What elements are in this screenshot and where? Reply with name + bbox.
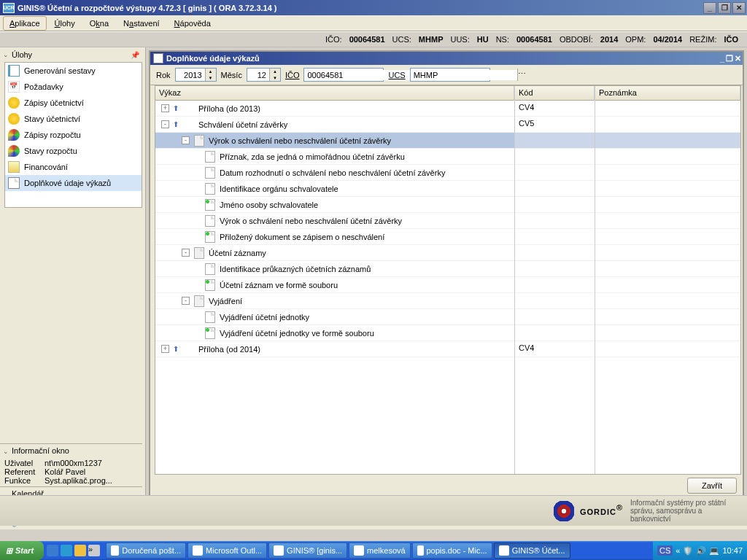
sidebar-item-zapisy-ucet[interactable]: Zápisy účetnictví <box>5 95 142 111</box>
expander-icon[interactable]: + <box>161 104 169 112</box>
poznamka-cell <box>595 293 740 309</box>
expander-icon[interactable]: - <box>182 297 190 305</box>
sidebar-item-financovani[interactable]: Financování <box>5 159 142 175</box>
sidebar-item-stavy-rozp[interactable]: Stavy rozpočtu <box>5 143 142 159</box>
kod-cell <box>515 261 595 277</box>
tree-row[interactable]: Příznak, zda se jedná o mimořádnou účetn… <box>155 149 514 165</box>
sidebar-section-info[interactable]: ⌄Informační okno <box>0 443 142 457</box>
menu-ulohy[interactable]: Úlohy <box>48 16 82 31</box>
tree-row[interactable]: Vyjádření účetní jednotky ve formě soubo… <box>155 325 514 341</box>
sidebar-item-pozadavky[interactable]: Požadavky <box>5 79 142 95</box>
tree-row[interactable]: -Vyjádření <box>155 293 514 309</box>
col-vykaz[interactable]: Výkaz <box>155 86 514 101</box>
start-button[interactable]: ⊞Start <box>0 541 44 560</box>
tree-row[interactable]: -⬆Schválení účetní závěrky <box>155 117 514 133</box>
user-value: nt\m000xm1237 <box>44 459 102 467</box>
tree-row[interactable]: +⬆Příloha (od 2014) <box>155 341 514 357</box>
tray-icon[interactable]: 🛡️ <box>683 546 693 556</box>
tree-row[interactable]: Účetní záznam ve formě souboru <box>155 277 514 293</box>
kod-cell <box>515 229 595 245</box>
sidebar-item-stavy-ucet[interactable]: Stavy účetnictví <box>5 111 142 127</box>
file-icon <box>205 167 215 179</box>
menu-nastaveni[interactable]: Nastavení <box>117 16 166 31</box>
tree-row[interactable]: Datum rozhodnutí o schválení nebo neschv… <box>155 165 514 181</box>
expander-icon[interactable]: - <box>182 136 190 144</box>
subwindow-titlebar: Doplňkové údaje výkazů _ ❐ ✕ <box>150 52 743 65</box>
mesic-input[interactable] <box>247 70 269 80</box>
gordic-star-icon <box>554 501 574 521</box>
expander-icon[interactable]: - <box>161 120 169 128</box>
rok-spinner[interactable]: ▲▼ <box>175 68 217 82</box>
obd-label: OBDOBÍ: <box>560 35 593 44</box>
tree-row[interactable]: Identifikace orgánu schvalovatele <box>155 181 514 197</box>
rok-input[interactable] <box>176 70 205 80</box>
taskbar-item[interactable]: Doručená pošt... <box>106 542 186 559</box>
pin-icon[interactable]: 📌 <box>131 51 139 59</box>
arrow-up-icon: ⬆ <box>173 345 179 353</box>
tree-row[interactable]: Jméno osoby schvalovatele <box>155 197 514 213</box>
tree-row[interactable]: -Účetní záznamy <box>155 245 514 261</box>
taskbar-item[interactable]: GINIS® [ginis... <box>268 542 347 559</box>
expander-icon[interactable]: + <box>161 345 169 353</box>
sub-minimize-button[interactable]: _ <box>720 54 724 63</box>
tree-row[interactable]: +⬆Příloha (do 2013) <box>155 101 514 117</box>
maximize-button[interactable]: ❐ <box>718 2 731 14</box>
gordic-logo: GORDIC® <box>580 503 623 518</box>
row-label: Vyjádření <box>207 297 242 306</box>
tree-row[interactable]: Přiložený dokument se zápisem o neschvál… <box>155 229 514 245</box>
footer-tagline: Informační systémy pro státní správu, sa… <box>630 499 740 523</box>
report-icon <box>8 65 20 77</box>
tree-row[interactable]: Identifikace průkazných účetních záznamů <box>155 261 514 277</box>
col-poznamka[interactable]: Poznámka <box>595 86 740 101</box>
ucs-label: UCS: <box>392 35 411 44</box>
mesic-spinner[interactable]: ▲▼ <box>247 68 281 82</box>
tray-icon[interactable]: 💻 <box>709 546 719 556</box>
col-kod[interactable]: Kód <box>515 86 595 101</box>
taskbar-item[interactable]: Microsoft Outl... <box>187 542 267 559</box>
euro-icon <box>8 113 20 125</box>
close-button[interactable]: Zavřít <box>687 478 737 494</box>
ql-icon[interactable] <box>74 545 86 556</box>
menu-napoveda[interactable]: Nápověda <box>168 16 217 31</box>
ico-link[interactable]: IČO <box>285 71 300 79</box>
arrow-up-icon: ⬆ <box>173 120 179 128</box>
referent-value: Kolář Pavel <box>44 467 85 476</box>
expander-icon[interactable]: - <box>182 249 190 257</box>
ucs-input[interactable] <box>411 70 517 80</box>
minimize-button[interactable]: _ <box>703 2 716 14</box>
file-icon <box>8 177 20 189</box>
poznamka-cell <box>595 309 740 325</box>
euro-icon <box>8 97 20 109</box>
taskbar-item[interactable]: popis.doc - Mic... <box>412 542 492 559</box>
close-button[interactable]: ✕ <box>732 2 746 14</box>
ql-icon[interactable] <box>47 545 58 556</box>
sidebar-item-generovani[interactable]: Generování sestavy <box>5 63 142 79</box>
lang-indicator[interactable]: CS <box>657 545 673 556</box>
ucs-field[interactable]: ⋯ <box>410 68 490 82</box>
quick-launch: » <box>44 545 103 556</box>
row-label: Datum rozhodnutí o schválení nebo neschv… <box>218 168 445 177</box>
menu-okna[interactable]: Okna <box>83 16 115 31</box>
ucs-link[interactable]: UCS <box>388 71 405 79</box>
sidebar-head-ulohy[interactable]: ⌄ Úlohy 📌 <box>0 47 142 62</box>
tree-row[interactable]: Výrok o schválení nebo neschválení účetn… <box>155 213 514 229</box>
ico-field[interactable]: ⋯ <box>303 68 384 82</box>
menu-aplikace[interactable]: Aplikace <box>3 16 47 31</box>
ucs-lookup-button[interactable]: ⋯ <box>517 69 526 81</box>
sub-close-button[interactable]: ✕ <box>735 54 741 63</box>
kod-cell: CV5 <box>515 117 595 133</box>
tray-clock[interactable]: 10:47 <box>722 546 743 555</box>
tree-row[interactable]: Vyjádření účetní jednotky <box>155 309 514 325</box>
tray-icon[interactable]: « <box>676 546 680 555</box>
taskbar-app-icon <box>499 545 509 556</box>
kod-cell <box>515 325 595 341</box>
taskbar-item[interactable]: melkesová <box>349 542 411 559</box>
sidebar-item-doplnkove[interactable]: Doplňkové údaje výkazů <box>5 175 142 191</box>
ql-icon[interactable] <box>61 545 72 556</box>
sub-maximize-button[interactable]: ❐ <box>726 54 733 63</box>
tray-icon[interactable]: 🔊 <box>696 546 706 556</box>
taskbar-item[interactable]: GINIS® Účet... <box>494 542 570 559</box>
tree-row[interactable]: -Výrok o schválení nebo neschválení účet… <box>155 133 514 149</box>
sidebar-item-zapisy-rozp[interactable]: Zápisy rozpočtu <box>5 127 142 143</box>
app-footer: GORDIC® Informační systémy pro státní sp… <box>0 495 747 526</box>
